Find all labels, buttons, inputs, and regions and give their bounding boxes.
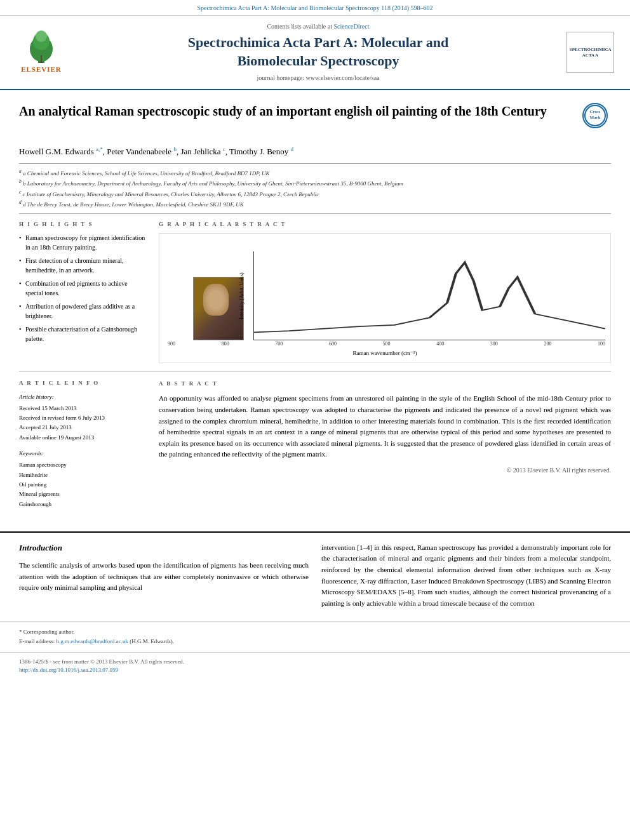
raman-graph: Intensity (Arbit. Units)	[253, 251, 605, 340]
x-axis-labels: 900 800 700 600 500 400 300 200 100	[164, 340, 605, 347]
elsevier-brand: ELSEVIER	[21, 65, 62, 74]
affiliations-section: a a Chemical and Forensic Sciences, Scho…	[19, 163, 611, 214]
abstract-column: A B S T R A C T An opportunity was affor…	[159, 379, 611, 509]
journal-title-section: Contents lists available at ScienceDirec…	[76, 22, 560, 83]
abstract-section: A B S T R A C T An opportunity was affor…	[159, 379, 611, 476]
x-axis-title: Raman wavenumber (cm⁻¹)	[164, 349, 605, 357]
journal-logo-section: SPECTROCHIMICA ACTA A	[566, 32, 617, 73]
authors-section: Howell G.M. Edwards a,*, Peter Vandenabe…	[19, 145, 611, 158]
keyword: Raman spectroscopy	[19, 460, 146, 470]
footnote-section: * Corresponding author. E-mail address: …	[0, 622, 630, 646]
intro-right-text: intervention [1–4] in this respect, Rama…	[321, 542, 611, 610]
corresponding-author-note: * Corresponding author.	[19, 627, 611, 636]
email-link[interactable]: h.g.m.edwards@bradford.ac.uk	[56, 638, 128, 644]
elsevier-logo-section: ELSEVIER	[13, 30, 70, 74]
article-info-label: A R T I C L E I N F O	[19, 379, 146, 387]
body-right-column: intervention [1–4] in this respect, Rama…	[321, 542, 611, 610]
bottom-bar: 1386-1425/$ - see front matter © 2013 El…	[0, 652, 630, 679]
journal-reference: Spectrochimica Acta Part A: Molecular an…	[0, 0, 630, 16]
abstract-text: An opportunity was afforded to analyse p…	[159, 393, 611, 460]
highlights-column: H I G H L I G H T S Raman spectroscopy f…	[19, 220, 146, 363]
body-section: Introduction The scientific analysis of …	[0, 542, 630, 622]
highlight-item: First detection of a chromium mineral, h…	[19, 256, 146, 275]
raman-spectrum-svg	[254, 251, 605, 340]
highlight-item: Attribution of powdered glass additive a…	[19, 302, 146, 321]
copyright-notice: © 2013 Elsevier B.V. All rights reserved…	[159, 465, 611, 476]
elsevier-tree-icon	[19, 30, 64, 65]
keyword: Mineral pigments	[19, 490, 146, 499]
email-note: E-mail address: h.g.m.edwards@bradford.a…	[19, 637, 611, 646]
graphical-abstract-label: G R A P H I C A L A B S T R A C T	[159, 220, 611, 229]
doi-link: http://dx.doi.org/10.1016/j.saa.2013.07.…	[19, 666, 611, 674]
journal-title: Spectrochimica Acta Part A: Molecular an…	[76, 34, 560, 70]
highlight-item: Possible characterisation of a Gainsboro…	[19, 324, 146, 343]
keyword: Hemihedrite	[19, 470, 146, 480]
article-info-column: A R T I C L E I N F O Article history: R…	[19, 379, 146, 509]
graph-area: Intensity (Arbit. Units)	[164, 239, 605, 340]
keyword: Gainsborough	[19, 500, 146, 509]
highlights-label: H I G H L I G H T S	[19, 220, 146, 229]
online-date: Available online 19 August 2013	[19, 433, 146, 443]
main-content: An analytical Raman spectroscopic study …	[0, 90, 630, 522]
crossmark-icon: Cross Mark	[584, 104, 607, 127]
doi-anchor[interactable]: http://dx.doi.org/10.1016/j.saa.2013.07.…	[19, 667, 118, 673]
graphical-abstract-column: G R A P H I C A L A B S T R A C T Intens…	[159, 220, 611, 363]
article-title: An analytical Raman spectroscopic study …	[19, 103, 573, 119]
journal-logo: SPECTROCHIMICA ACTA A	[566, 32, 614, 73]
graphical-abstract-figure: Intensity (Arbit. Units) 900	[159, 233, 611, 363]
history-label: Article history:	[19, 392, 146, 402]
article-history: Article history: Received 15 March 2013 …	[19, 392, 146, 443]
introduction-heading: Introduction	[19, 542, 309, 554]
revised-date: Received in revised form 6 July 2013	[19, 413, 146, 423]
highlight-item: Combination of red pigments to achieve s…	[19, 279, 146, 298]
received-date: Received 15 March 2013	[19, 404, 146, 413]
keywords-label: Keywords:	[19, 449, 146, 458]
abstract-label: A B S T R A C T	[159, 379, 611, 388]
highlight-item: Raman spectroscopy for pigment identific…	[19, 233, 146, 252]
intro-left-text: The scientific analysis of artworks base…	[19, 560, 309, 594]
highlights-list: Raman spectroscopy for pigment identific…	[19, 233, 146, 343]
section-divider	[19, 371, 611, 371]
painting-thumbnail	[193, 277, 244, 340]
accepted-date: Accepted 21 July 2013	[19, 423, 146, 432]
science-direct-text: Contents lists available at ScienceDirec…	[76, 22, 560, 31]
highlights-abstract-section: H I G H L I G H T S Raman spectroscopy f…	[19, 220, 611, 363]
article-title-section: An analytical Raman spectroscopic study …	[19, 103, 611, 138]
main-divider	[0, 531, 630, 533]
keywords-section: Keywords: Raman spectroscopy Hemihedrite…	[19, 449, 146, 509]
keyword: Oil painting	[19, 480, 146, 490]
body-left-column: Introduction The scientific analysis of …	[19, 542, 309, 610]
svg-point-3	[36, 30, 47, 42]
svg-text:Cross: Cross	[590, 109, 601, 114]
journal-homepage: journal homepage: www.elsevier.com/locat…	[76, 74, 560, 83]
y-axis-label: Intensity (Arbit. Units)	[238, 272, 245, 319]
journal-header: ELSEVIER Contents lists available at Sci…	[0, 16, 630, 90]
svg-text:Mark: Mark	[589, 115, 600, 120]
crossmark-badge: Cross Mark	[582, 103, 611, 131]
issn-notice: 1386-1425/$ - see front matter © 2013 El…	[19, 658, 611, 666]
info-abstract-section: A R T I C L E I N F O Article history: R…	[19, 379, 611, 509]
